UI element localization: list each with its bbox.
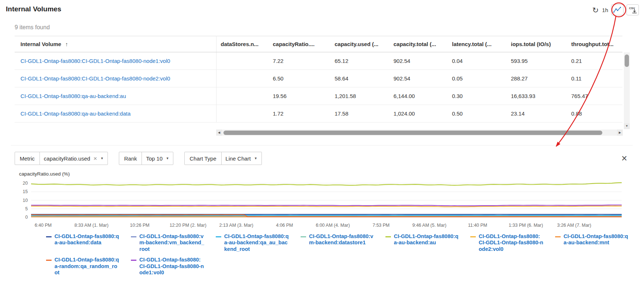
rank-value: Top 10 (146, 155, 162, 162)
table-cell (216, 105, 268, 123)
table-cell: 65.12 (330, 52, 389, 70)
table-cell: 902.54 (389, 52, 448, 70)
legend-swatch (216, 236, 221, 237)
x-tick-label: 11:40 PM (468, 223, 487, 228)
column-header[interactable]: dataStores.n... (216, 36, 268, 52)
x-tick-label: 12:20 PM (2. Mar) (170, 223, 207, 228)
close-chart-button[interactable]: × (621, 154, 627, 163)
rank-label: Rank (119, 152, 142, 165)
column-header[interactable]: iops.total (IO/s) (506, 36, 567, 52)
chart-type-label: Chart Type (185, 152, 221, 165)
legend-swatch (470, 236, 476, 237)
chart-line (31, 205, 622, 206)
legend-swatch (131, 236, 136, 237)
column-header[interactable]: throughput.tot... (567, 36, 622, 52)
table-cell: 593.95 (506, 52, 567, 70)
table-cell: 0.88 (567, 105, 622, 123)
table-cell: 1,201.58 (330, 87, 389, 105)
volume-link[interactable]: CI-GDL1-Ontap-fas8080:qa-au-backend:data (20, 110, 131, 117)
clear-metric-icon[interactable]: × (94, 155, 97, 162)
column-header[interactable]: capacityRatio.... (268, 36, 330, 52)
table-cell: 902.54 (389, 70, 448, 87)
line-chart-icon (613, 6, 622, 14)
legend-swatch (385, 236, 391, 237)
column-header[interactable]: capacity.total (... (389, 36, 448, 52)
y-tick-label: 15 (23, 189, 28, 194)
table-cell: 1,024.00 (389, 105, 448, 123)
legend-item[interactable]: CI-GDL1-Ontap-fas8080:vm-backend:datasto… (301, 233, 385, 252)
horizontal-scroll-thumb[interactable] (223, 131, 602, 135)
csv-export-button[interactable]: CSV (626, 4, 639, 15)
metric-value: capacityRatio.used (44, 155, 90, 162)
legend-item[interactable]: CI-GDL1-Ontap-fas8080:CI-GDL1-Ontap-fas8… (470, 233, 555, 252)
table-cell: 17.58 (330, 105, 389, 123)
volume-link[interactable]: CI-GDL1-Ontap-fas8080:qa-au-backend:au (20, 93, 126, 99)
legend-swatch (46, 260, 52, 261)
table-cell (216, 87, 268, 105)
scroll-right-arrow-icon[interactable]: ▶ (617, 129, 623, 136)
table-cell: 23.14 (506, 105, 567, 123)
chart-legend: CI-GDL1-Ontap-fas8080:qa-au-backend:data… (46, 233, 642, 280)
table-cell: 7.22 (268, 52, 330, 70)
table-cell: 16,633.93 (506, 87, 567, 105)
metric-label: Metric (15, 152, 39, 165)
vertical-scroll-thumb[interactable] (625, 54, 629, 67)
line-chart: 051015206:40 PM8:33 AM (1. Mar)10:26 PM1… (15, 178, 622, 230)
internal-volumes-table: Internal Volume ↑dataStores.n...capacity… (15, 36, 622, 123)
legend-label: CI-GDL1-Ontap-fas8080:CI-GDL1-Ontap-fas8… (479, 233, 544, 252)
x-tick-label: 6:00 AM (4. Mar) (316, 223, 350, 228)
volume-link[interactable]: CI-GDL1-Ontap-fas8080:CI-GDL1-Ontap-fas8… (20, 58, 170, 64)
volume-link[interactable]: CI-GDL1-Ontap-fas8080:CI-GDL1-Ontap-fas8… (20, 75, 170, 82)
table-cell: 0.30 (448, 87, 506, 105)
metric-control: Metric capacityRatio.used × ▼ (15, 152, 108, 165)
y-tick-label: 0 (25, 215, 28, 220)
scroll-down-arrow-icon[interactable]: ▼ (624, 123, 630, 129)
x-tick-label: 4:06 PM (276, 223, 293, 228)
table-cell: 0.04 (448, 52, 506, 70)
legend-item[interactable]: CI-GDL1-Ontap-fas8080:qa-au-backend:qa_a… (216, 233, 301, 252)
y-tick-label: 5 (25, 206, 28, 211)
column-header[interactable]: capacity.used (... (330, 36, 389, 52)
time-range-label[interactable]: 1h (602, 7, 608, 13)
rank-dropdown[interactable]: Top 10 ▼ (142, 152, 173, 165)
chart-line (31, 182, 622, 185)
chart-type-value: Line Chart (226, 155, 251, 162)
refresh-icon[interactable]: ↻ (592, 6, 599, 14)
chevron-down-icon: ▼ (254, 157, 257, 160)
legend-swatch (301, 236, 306, 237)
table-row: CI-GDL1-Ontap-fas8080:CI-GDL1-Ontap-fas8… (15, 52, 622, 70)
chart-toggle-button[interactable] (611, 4, 624, 15)
legend-item[interactable]: CI-GDL1-Ontap-fas8080:qa-random:qa_rando… (46, 257, 131, 276)
chart-type-dropdown[interactable]: Line Chart ▼ (221, 152, 261, 165)
table-cell (216, 52, 268, 70)
legend-label: CI-GDL1-Ontap-fas8080:qa-au-backend:data (54, 233, 120, 246)
chart-controls: Metric capacityRatio.used × ▼ Rank Top 1… (15, 152, 629, 165)
legend-item[interactable]: CI-GDL1-Ontap-fas8080:vm-backend:vm_back… (131, 233, 216, 252)
metric-dropdown[interactable]: capacityRatio.used × ▼ (39, 152, 108, 165)
table-cell: 6,144.00 (389, 87, 448, 105)
legend-label: CI-GDL1-Ontap-fas8080:qa-au-backend:au (394, 233, 459, 246)
column-header[interactable]: latency.total (... (448, 36, 506, 52)
legend-item[interactable]: CI-GDL1-Ontap-fas8080:qa-au-backend:au (385, 233, 470, 252)
legend-item[interactable]: CI-GDL1-Ontap-fas8080:qa-au-backend:data (46, 233, 131, 252)
x-tick-label: 7:53 PM (373, 223, 390, 228)
table-cell: 288.27 (506, 70, 567, 87)
x-tick-label: 10:26 PM (130, 223, 150, 228)
legend-swatch (555, 236, 561, 237)
legend-swatch (46, 236, 52, 237)
column-header[interactable]: Internal Volume ↑ (15, 36, 216, 52)
legend-item[interactable]: CI-GDL1-Ontap-fas8080:CI-GDL1-Ontap-fas8… (131, 257, 216, 276)
scroll-left-arrow-icon[interactable]: ◀ (216, 129, 222, 136)
chart-line (31, 206, 622, 207)
vertical-scrollbar[interactable]: ▼ (624, 52, 630, 129)
x-tick-label: 8:33 AM (1. Mar) (74, 223, 108, 228)
legend-item[interactable]: CI-GDL1-Ontap-fas8080:qa-au-backend:mnt (555, 233, 640, 252)
horizontal-scrollbar[interactable]: ◀ ▶ (216, 129, 623, 136)
x-tick-label: 1:33 PM (6. Mar) (509, 223, 543, 228)
legend-label: CI-GDL1-Ontap-fas8080:CI-GDL1-Ontap-fas8… (139, 257, 204, 276)
internal-volumes-page: Internal Volumes ↻ 1h CSV 9 items found … (0, 0, 644, 286)
legend-label: CI-GDL1-Ontap-fas8080:qa-au-backend:mnt (564, 233, 629, 246)
x-tick-label: 2:13 AM (3. Mar) (219, 223, 253, 228)
table-cell (216, 70, 268, 87)
rank-control: Rank Top 10 ▼ (119, 152, 173, 165)
